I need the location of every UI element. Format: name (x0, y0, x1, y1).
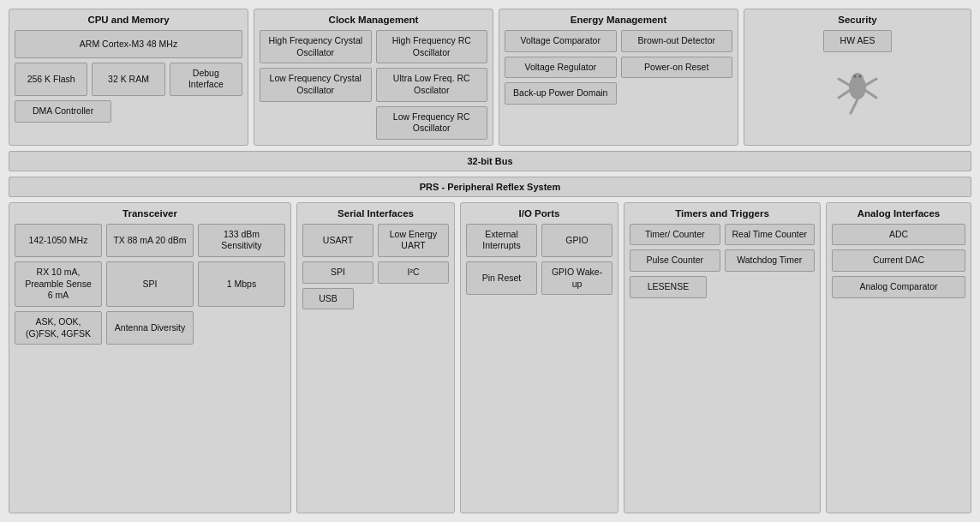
dma-block: DMA Controller (15, 100, 111, 123)
svg-point-7 (859, 75, 862, 77)
svg-line-4 (866, 79, 876, 85)
svg-line-3 (839, 91, 849, 98)
gpio-block: GPIO (541, 224, 612, 257)
transceiver-title: Transceiver (15, 208, 285, 219)
top-row: CPU and Memory ARM Cortex-M3 48 MHz 256 … (9, 9, 971, 146)
usb-block: USB (302, 288, 354, 310)
cpu-dma-row: DMA Controller (15, 100, 242, 123)
analog-title: Analog Interfaces (832, 208, 965, 219)
serial-spi-block: SPI (302, 261, 373, 284)
svg-point-6 (854, 75, 857, 77)
gpiowake-block: GPIO Wake-up (541, 261, 612, 295)
lowenergy-block: Low Energy UART (378, 224, 449, 257)
pwron-block: Power-on Reset (621, 57, 733, 79)
ask-block: ASK, OOK, (G)FSK, 4GFSK (15, 311, 102, 345)
usart-block: USART (302, 224, 373, 257)
cpu-inner: ARM Cortex-M3 48 MHz 256 K Flash 32 K RA… (15, 30, 242, 123)
pinreset-block: Pin Reset (466, 261, 537, 295)
timercounter-block: Timer/ Counter (630, 224, 720, 246)
clock-block: Clock Management High Frequency Crystal … (254, 9, 493, 146)
transceiver-grid: 142-1050 MHz TX 88 mA 20 dBm 133 dBm Sen… (15, 224, 285, 345)
ulfreq-block: Ultra Low Freq. RC Oscilator (376, 68, 488, 101)
svg-line-2 (839, 79, 849, 85)
clock-title: Clock Management (260, 15, 487, 25)
vcomp-block: Voltage Comparator (505, 30, 617, 52)
mbps-block: 1 Mbps (198, 261, 285, 307)
arm-cortex-block: ARM Cortex-M3 48 MHz (15, 30, 242, 58)
extint-block: External Interrupts (466, 224, 537, 257)
i2c-block: I²C (378, 261, 449, 284)
freq-block: 142-1050 MHz (15, 224, 102, 257)
energy-grid: Voltage Comparator Brown-out Detector Vo… (505, 30, 732, 105)
rx-block: RX 10 mA, Preamble Sense 6 mA (15, 261, 102, 307)
backup-block: Back-up Power Domain (505, 82, 617, 105)
flash-block: 256 K Flash (15, 63, 87, 96)
serial-grid: USART Low Energy UART SPI I²C (302, 224, 449, 284)
timers-block: Timers and Triggers Timer/ Counter Real … (624, 202, 821, 513)
rtc-block: Real Time Counter (725, 224, 816, 246)
cpu-memory-row: 256 K Flash 32 K RAM Debug Interface (15, 63, 242, 96)
ram-block: 32 K RAM (92, 63, 164, 96)
io-block: I/O Ports External Interrupts GPIO Pin R… (460, 202, 618, 513)
analog-inner: ADC Current DAC Analog Comparator (832, 224, 965, 298)
vreg-block: Voltage Regulator (505, 57, 617, 79)
security-block: Security HW AES (744, 9, 971, 146)
dac-block: Current DAC (832, 249, 965, 272)
brownout-block: Brown-out Detector (621, 30, 733, 52)
sens-block: 133 dBm Sensitivity (198, 224, 285, 257)
io-grid: External Interrupts GPIO Pin Reset GPIO … (466, 224, 612, 296)
energy-block: Energy Management Voltage Comparator Bro… (499, 9, 738, 146)
svg-line-5 (866, 91, 876, 98)
main-diagram: CPU and Memory ARM Cortex-M3 48 MHz 256 … (0, 0, 980, 522)
tx-block: TX 88 mA 20 dBm (106, 224, 194, 257)
lfrc-block: Low Frequency RC Oscillator (376, 106, 488, 140)
io-title: I/O Ports (466, 208, 612, 219)
serial-title: Serial Interfaces (302, 208, 449, 219)
trans-spi-block: SPI (106, 261, 194, 307)
hfxo-block: High Frequency Crystal Oscillator (260, 30, 372, 63)
serial-usb-row: USB (302, 288, 449, 310)
cpu-memory-block: CPU and Memory ARM Cortex-M3 48 MHz 256 … (9, 9, 248, 146)
pulse-block: Pulse Counter (630, 249, 720, 272)
debug-block: Debug Interface (170, 63, 242, 96)
hwaes-block: HW AES (823, 30, 892, 52)
bus-bar: 32-bit Bus (9, 151, 971, 171)
lfxo-block: Low Frequency Crystal Oscillator (260, 68, 372, 101)
timers-grid: Timer/ Counter Real Time Counter Pulse C… (630, 224, 815, 272)
serial-block: Serial Interfaces USART Low Energy UART … (296, 202, 455, 513)
analog-block: Analog Interfaces ADC Current DAC Analog… (826, 202, 971, 513)
clock-grid: High Frequency Crystal Oscillator High F… (260, 30, 487, 140)
transceiver-block: Transceiver 142-1050 MHz TX 88 mA 20 dBm… (9, 202, 291, 513)
timers-lesense-row: LESENSE (630, 276, 815, 298)
energy-title: Energy Management (505, 15, 732, 25)
lesense-block: LESENSE (630, 276, 707, 298)
comp-block: Analog Comparator (832, 276, 965, 298)
adc-block: ADC (832, 224, 965, 246)
security-inner: HW AES (750, 30, 965, 120)
cpu-title: CPU and Memory (15, 15, 242, 25)
antenna-block: Antenna Diversity (106, 311, 194, 345)
timers-title: Timers and Triggers (630, 208, 815, 219)
gecko-icon (832, 63, 883, 120)
watchdog-block: Watchdog Timer (725, 249, 816, 272)
hfrc-block: High Frequency RC Oscillator (376, 30, 488, 63)
prs-bar: PRS - Peripheral Reflex System (9, 177, 971, 197)
bottom-row: Transceiver 142-1050 MHz TX 88 mA 20 dBm… (9, 202, 971, 513)
svg-point-1 (852, 73, 863, 85)
security-title: Security (750, 15, 965, 25)
